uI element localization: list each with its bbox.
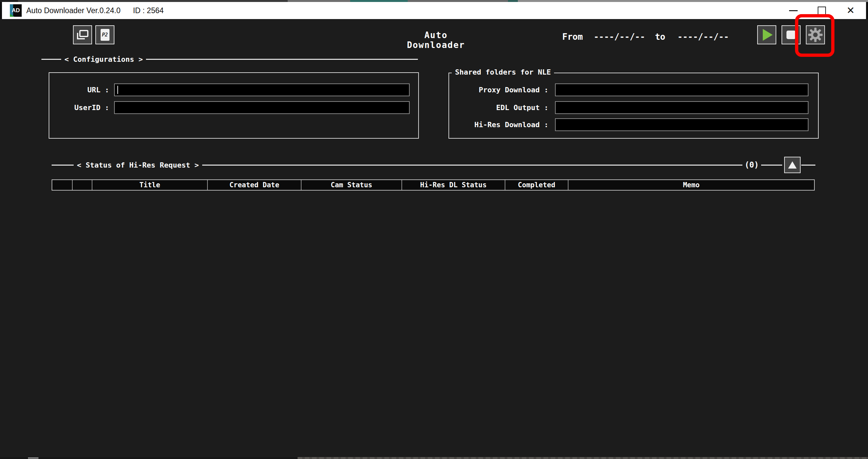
play-icon — [763, 29, 773, 41]
close-button[interactable]: ✕ — [840, 2, 861, 19]
edl-output-label: EDL Output : — [450, 103, 549, 112]
date-from-label: From — [562, 32, 583, 42]
userid-label: UserID : — [50, 103, 109, 112]
window-instance-id: ID : 2564 — [133, 6, 163, 15]
close-icon: ✕ — [846, 6, 855, 15]
window-title: Auto Downloader Ver.0.24.0 ID : 2564 — [26, 2, 164, 19]
edl-output-input[interactable] — [555, 101, 808, 114]
url-label: URL : — [50, 86, 109, 94]
status-section-header: < Status of Hi-Res Request > (0) — [52, 157, 815, 172]
column-header-hires-dl-status[interactable]: Hi-Res DL Status — [402, 180, 505, 190]
proxy-download-label: Proxy Download : — [450, 86, 549, 94]
date-to-value: ----/--/-- — [677, 32, 729, 42]
p2-card-icon: P2 — [101, 29, 110, 41]
configurations-section-title: < Configurations > — [64, 55, 143, 63]
proxy-download-input[interactable] — [555, 84, 808, 96]
maximize-button[interactable] — [811, 2, 832, 19]
userid-input[interactable] — [114, 101, 410, 114]
start-button[interactable] — [757, 25, 776, 44]
minimize-icon — [789, 10, 798, 11]
app-icon-green-corner — [10, 14, 14, 17]
bottom-edge — [0, 457, 298, 459]
divider-line — [202, 165, 742, 166]
shared-folders-group-title: Shared folders for NLE — [452, 68, 554, 76]
collapse-list-button[interactable] — [784, 157, 801, 173]
divider-line — [801, 165, 815, 166]
status-table-header: Title Created Date Cam Status Hi-Res DL … — [52, 179, 815, 191]
column-header-flag[interactable] — [73, 180, 92, 190]
column-header-memo[interactable]: Memo — [568, 180, 814, 190]
configurations-section-header: < Configurations > — [41, 54, 418, 65]
taskbar-sliver — [298, 457, 868, 459]
p2-card-label: P2 — [102, 32, 108, 38]
window-right-edge — [866, 2, 868, 19]
p2-import-button[interactable]: P2 — [95, 25, 115, 44]
settings-button[interactable] — [806, 25, 825, 44]
maximize-icon — [818, 7, 826, 15]
duplicate-icon — [76, 30, 89, 40]
window-left-edge — [0, 2, 2, 19]
page-title: Auto Downloader — [393, 30, 479, 50]
gear-icon — [808, 27, 823, 42]
request-count: (0) — [745, 160, 759, 169]
app-window: AD Auto Downloader Ver.0.24.0 ID : 2564 … — [0, 0, 868, 459]
bottom-edge-notch — [28, 457, 38, 459]
text-caret — [117, 86, 118, 94]
minimize-button[interactable] — [783, 2, 804, 19]
hires-download-label: Hi-Res Download : — [450, 121, 549, 129]
stop-icon — [786, 31, 796, 39]
hires-download-input[interactable] — [555, 118, 808, 131]
title-bar[interactable]: AD Auto Downloader Ver.0.24.0 ID : 2564 … — [0, 2, 868, 19]
divider-line — [52, 165, 74, 166]
url-input[interactable] — [114, 84, 410, 96]
date-range: From ----/--/-- to ----/--/-- — [562, 31, 729, 43]
divider-line — [146, 59, 418, 60]
triangle-up-icon — [788, 161, 797, 169]
shared-folders-group: Shared folders for NLE Proxy Download : … — [448, 73, 819, 139]
app-icon: AD — [10, 4, 22, 17]
column-header-completed[interactable]: Completed — [505, 180, 568, 190]
column-header-created-date[interactable]: Created Date — [208, 180, 302, 190]
duplicate-window-button[interactable] — [73, 25, 92, 44]
stop-button[interactable] — [781, 25, 801, 44]
column-header-select[interactable] — [52, 180, 73, 190]
date-to-label: to — [655, 32, 665, 42]
divider-line — [761, 165, 782, 166]
column-header-title[interactable]: Title — [92, 180, 208, 190]
app-icon-text: AD — [12, 7, 20, 14]
window-title-text: Auto Downloader Ver.0.24.0 — [26, 6, 120, 15]
column-header-cam-status[interactable]: Cam Status — [302, 180, 402, 190]
configurations-group: URL : UserID : — [49, 72, 419, 139]
divider-line — [41, 59, 61, 60]
date-from-value: ----/--/-- — [594, 32, 645, 42]
status-section-title: < Status of Hi-Res Request > — [77, 161, 199, 169]
